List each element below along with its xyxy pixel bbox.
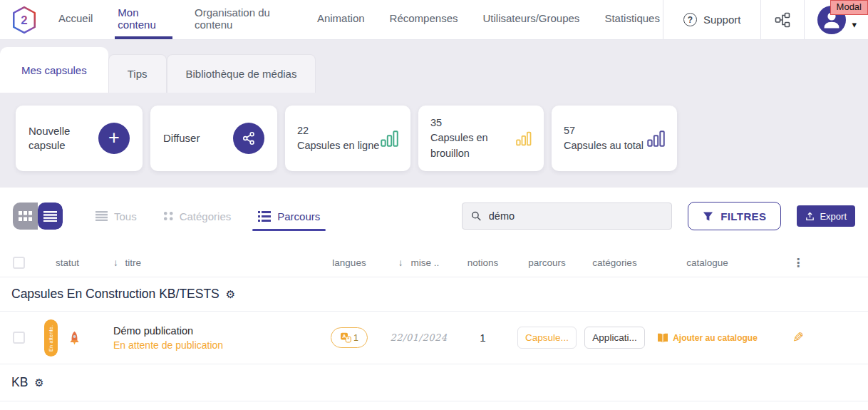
- filters-button[interactable]: FILTRES: [688, 202, 781, 230]
- tab-mes-capsules[interactable]: Mes capsules: [0, 47, 108, 93]
- sitemap-icon: [774, 11, 791, 29]
- export-icon: [805, 212, 815, 221]
- stat-total-count: 57: [564, 123, 644, 138]
- filter-tous-label: Tous: [114, 210, 137, 222]
- section-title: Capsules En Construction KB/TESTS: [11, 287, 219, 302]
- table-header: statut ↓ titre langues ↓ mise .. notions…: [0, 249, 868, 277]
- brand-hexagon-icon: 2: [11, 6, 37, 34]
- bar-chart-icon-purple: [647, 130, 665, 147]
- search-icon: [471, 210, 482, 222]
- svg-text:2: 2: [21, 14, 27, 27]
- nav-item-recompenses[interactable]: Récompenses: [387, 0, 461, 39]
- list-view-button[interactable]: [38, 203, 63, 230]
- row-checkbox[interactable]: [13, 332, 25, 344]
- header-categories: catégories: [581, 257, 649, 268]
- export-button[interactable]: Export: [797, 205, 855, 227]
- gear-icon[interactable]: ⚙: [34, 376, 43, 389]
- status-pill: En attente.: [44, 319, 58, 357]
- gear-icon[interactable]: ⚙: [226, 288, 235, 301]
- filters-button-label: FILTRES: [720, 210, 766, 222]
- edit-pencil-icon[interactable]: ✎: [792, 329, 804, 346]
- search-input[interactable]: [489, 210, 663, 222]
- search-box: [462, 203, 672, 230]
- tab-bibliotheque-medias[interactable]: Bibliothèque de médias: [167, 54, 316, 93]
- modal-debug-badge: Modal: [830, 0, 868, 15]
- stat-card-draft[interactable]: 35 Capsules en brouillon: [418, 106, 544, 171]
- support-label: Support: [703, 14, 741, 26]
- filter-tous[interactable]: Tous: [95, 210, 137, 222]
- header-catalogue: catalogue: [649, 257, 766, 268]
- diffuser-card[interactable]: Diffuser: [150, 106, 277, 171]
- categories-chip[interactable]: Applicati...: [584, 327, 644, 349]
- select-all-checkbox[interactable]: [13, 257, 25, 269]
- sort-desc-icon[interactable]: ↓: [113, 257, 118, 268]
- filter-categories-label: Catégories: [180, 210, 232, 222]
- nav-item-animation[interactable]: Animation: [314, 0, 368, 39]
- book-icon: [657, 333, 668, 343]
- filter-parcours-label: Parcours: [277, 210, 320, 222]
- filter-parcours[interactable]: Parcours: [258, 210, 320, 222]
- add-to-catalogue-action[interactable]: Ajouter au catalogue: [649, 333, 766, 343]
- capsule-title: Démo publication: [113, 325, 314, 337]
- nav-item-accueil[interactable]: Accueil: [56, 0, 95, 39]
- plus-icon: +: [108, 128, 120, 148]
- nav-item-utilisateurs-groupes[interactable]: Utilisateurs/Groupes: [480, 0, 582, 39]
- section-capsules-en-construction: Capsules En Construction KB/TESTS ⚙: [0, 277, 868, 312]
- funnel-icon: [703, 211, 713, 222]
- nav-item-organisation[interactable]: Organisation du contenu: [192, 0, 295, 39]
- grid-view-button[interactable]: [13, 203, 38, 230]
- section-kb: KB ⚙: [0, 364, 868, 401]
- filter-categories[interactable]: Catégories: [164, 210, 232, 222]
- header-langues: langues: [314, 257, 385, 268]
- stat-online-count: 22: [297, 123, 379, 138]
- content-tabs: Mes capsules Tips Bibliothèque de médias: [0, 40, 868, 93]
- stat-online-label: Capsules en ligne: [297, 138, 379, 153]
- nav-item-mon-contenu[interactable]: Mon contenu: [115, 0, 172, 39]
- header-mise-label: mise ..: [410, 257, 439, 268]
- chevron-down-icon[interactable]: ▾: [852, 19, 857, 30]
- new-capsule-card[interactable]: Nouvelle capsule +: [16, 106, 143, 171]
- top-navbar: 2 Accueil Mon contenu Organisation du co…: [0, 0, 868, 40]
- row-title-cell[interactable]: Démo publication En attente de publicati…: [98, 325, 314, 351]
- sitemap-button[interactable]: [761, 0, 805, 39]
- sort-desc-icon[interactable]: ↓: [398, 257, 403, 268]
- capsule-status-text: En attente de publication: [113, 339, 314, 351]
- header-mise-a-jour[interactable]: ↓ mise ..: [385, 257, 453, 268]
- header-titre[interactable]: ↓ titre: [98, 257, 314, 268]
- content-header-zone: Mes capsules Tips Bibliothèque de médias…: [0, 40, 868, 188]
- main-nav: Accueil Mon contenu Organisation du cont…: [56, 0, 663, 39]
- app-logo: 2: [0, 0, 48, 39]
- lines-icon: [95, 211, 108, 221]
- languages-count: 1: [353, 333, 358, 343]
- column-options-icon[interactable]: ⋮: [792, 257, 804, 269]
- header-statut: statut: [37, 257, 98, 268]
- header-titre-label: titre: [125, 257, 142, 268]
- bulleted-list-icon: [258, 211, 271, 222]
- share-icon: [242, 131, 256, 145]
- diffuser-label: Diffuser: [163, 131, 200, 145]
- add-to-catalogue-label: Ajouter au catalogue: [673, 333, 758, 343]
- bar-chart-icon-green: [381, 130, 398, 147]
- dots-grid-icon: [164, 211, 173, 221]
- languages-badge: A * 1: [331, 327, 368, 348]
- parcours-chip[interactable]: Capsule...: [517, 327, 577, 349]
- stat-draft-count: 35: [430, 116, 516, 130]
- section-title: KB: [11, 375, 28, 390]
- list-toolbar: Tous Catégories Parcours FILTRES: [0, 188, 868, 230]
- table-row[interactable]: En attente. Démo publication En attente …: [0, 312, 868, 364]
- cards-row: Nouvelle capsule + Diffuser 22 Capsules …: [0, 93, 868, 171]
- bar-chart-icon-yellow: [516, 130, 532, 147]
- share-button[interactable]: [233, 123, 264, 154]
- list-view-icon: [43, 211, 57, 222]
- stat-card-online[interactable]: 22 Capsules en ligne: [285, 106, 410, 171]
- type-filters: Tous Catégories Parcours: [95, 210, 320, 222]
- notions-count: 1: [480, 332, 485, 344]
- support-button[interactable]: ? Support: [663, 0, 762, 39]
- add-capsule-button[interactable]: +: [98, 123, 130, 154]
- stat-total-label: Capsules au total: [564, 138, 644, 153]
- view-toggle: [13, 203, 63, 230]
- tab-tips[interactable]: Tips: [108, 54, 167, 93]
- updated-date: 22/01/2024: [391, 332, 448, 343]
- stat-card-total[interactable]: 57 Capsules au total: [552, 106, 677, 171]
- nav-item-statistiques[interactable]: Statistiques: [601, 0, 663, 39]
